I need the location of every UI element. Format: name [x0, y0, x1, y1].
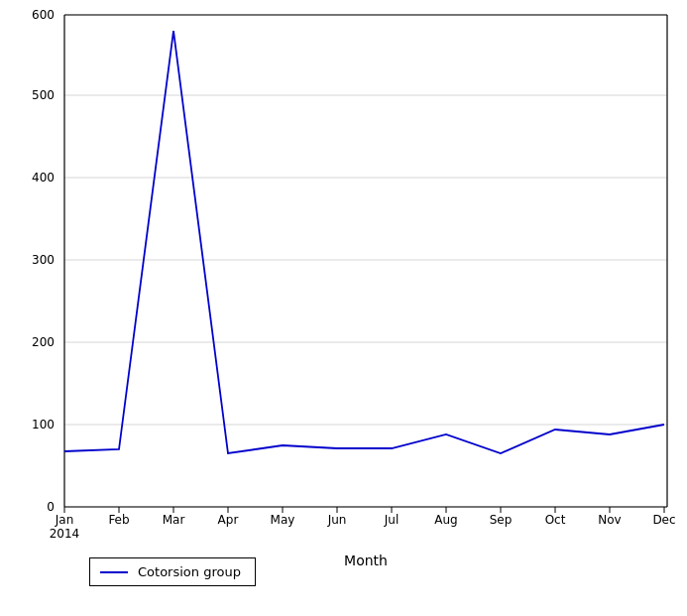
y-tick-100: 100	[32, 418, 55, 431]
y-tick-200: 200	[32, 335, 55, 349]
x-tick-feb: Feb	[108, 513, 129, 527]
x-tick-apr: Apr	[218, 513, 239, 527]
x-tick-2014: 2014	[50, 527, 80, 541]
legend-line	[100, 571, 128, 573]
x-tick-oct: Oct	[545, 513, 566, 527]
x-axis-label: Month	[344, 553, 388, 568]
x-tick-mar: Mar	[163, 513, 185, 527]
y-tick-400: 400	[32, 171, 55, 185]
chart-container: 0 100 200 300 400 500 600 Jan 2014 Feb	[0, 0, 687, 616]
y-tick-600: 600	[32, 8, 55, 22]
x-tick-may: May	[271, 513, 295, 527]
legend-label: Cotorsion group	[138, 564, 241, 579]
x-tick-jun: Jun	[327, 513, 347, 527]
x-tick-jul: Jul	[384, 513, 399, 527]
chart-svg: 0 100 200 300 400 500 600 Jan 2014 Feb	[0, 0, 687, 616]
x-tick-jan: Jan	[55, 513, 74, 527]
y-tick-0: 0	[47, 500, 55, 514]
x-tick-nov: Nov	[598, 513, 621, 527]
x-tick-aug: Aug	[434, 513, 457, 527]
legend-box: Cotorsion group	[89, 557, 256, 586]
y-tick-300: 300	[32, 253, 55, 267]
y-tick-500: 500	[32, 88, 55, 102]
x-tick-sep: Sep	[490, 513, 513, 527]
x-tick-dec: Dec	[652, 513, 675, 527]
